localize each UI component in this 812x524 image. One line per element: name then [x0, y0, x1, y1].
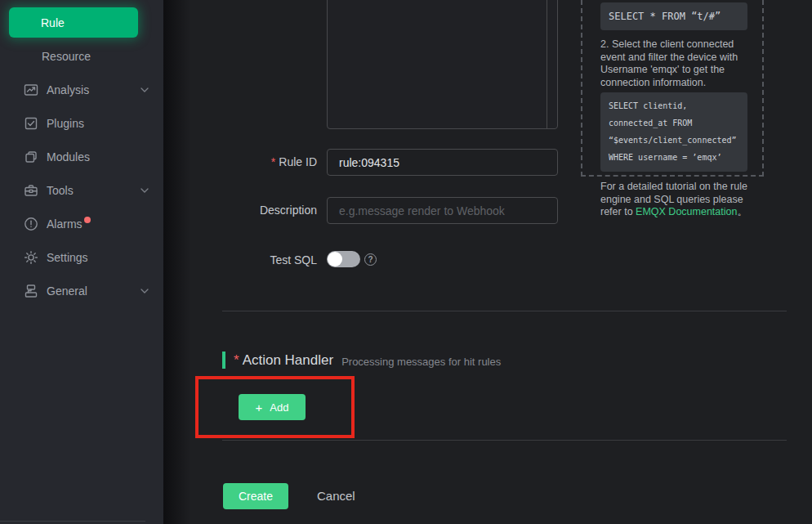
test-sql-toggle[interactable]: [327, 251, 360, 267]
sidebar-item-general[interactable]: General: [0, 274, 163, 307]
sidebar-item-settings[interactable]: Settings: [0, 240, 163, 274]
action-handler-header: *Action Handler Processing messages for …: [222, 352, 501, 369]
alarm-badge-dot: [84, 217, 91, 223]
description-input[interactable]: [327, 197, 558, 224]
required-asterisk: *: [234, 352, 239, 368]
help-paragraph-2: For a detailed tutorial on the rule engi…: [600, 181, 751, 219]
rule-id-label: *Rule ID: [222, 149, 317, 176]
sidebar-item-label: Settings: [47, 251, 88, 264]
required-asterisk: *: [271, 155, 275, 168]
sidebar-item-label: Analysis: [47, 83, 89, 96]
section-divider-top: [222, 311, 787, 311]
sidebar-item-analysis[interactable]: Analysis: [0, 73, 163, 106]
emqx-dashboard-rule-create-page: Rule Resource Analysis Plugins: [0, 0, 812, 524]
analysis-chart-icon: [24, 83, 38, 97]
test-sql-label: Test SQL: [222, 252, 317, 268]
sidebar-item-label: Resource: [42, 50, 91, 63]
section-accent-bar: [222, 352, 225, 369]
sql-example-2-line: SELECT clientid,: [609, 97, 743, 114]
sql-example-2-line: “$events/client_connected”: [609, 132, 743, 149]
modules-copy-icon: [24, 150, 38, 164]
sidebar-item-resource[interactable]: Resource: [0, 39, 163, 73]
sidebar-shadow: [163, 0, 191, 524]
chevron-down-icon: [141, 87, 149, 92]
sidebar-item-plugins[interactable]: Plugins: [0, 106, 163, 140]
section-divider-bottom: [222, 440, 787, 441]
add-action-button[interactable]: + Add: [239, 394, 306, 420]
sidebar-footer-divider: [0, 521, 145, 522]
sidebar-item-label: Plugins: [47, 117, 84, 130]
sidebar-item-modules[interactable]: Modules: [0, 140, 163, 173]
sidebar-item-rule-active[interactable]: Rule: [9, 7, 138, 38]
create-button[interactable]: Create: [223, 483, 288, 509]
gear-icon: [24, 250, 38, 265]
rule-id-input[interactable]: [327, 149, 558, 176]
editor-scrollbar-gutter[interactable]: [547, 0, 557, 128]
toolbox-icon: [24, 183, 38, 198]
chevron-down-icon: [141, 289, 149, 293]
sidebar-item-label: Tools: [47, 184, 74, 197]
emqx-documentation-link[interactable]: EMQX Documentation: [636, 206, 737, 217]
action-handler-title: *Action Handler: [234, 352, 333, 369]
sidebar-item-label: General: [47, 284, 87, 298]
sidebar-item-tools[interactable]: Tools: [0, 173, 163, 207]
sidebar-menu: Resource Analysis Plugins: [0, 39, 163, 307]
description-label: Description: [222, 197, 317, 224]
help-paragraph-1: 2. Select the client connected event and…: [600, 38, 751, 89]
stack-icon: [24, 284, 38, 298]
sql-example-1: SELECT * FROM “t/#”: [600, 2, 747, 30]
action-handler-hint: Processing messages for hit rules: [341, 352, 501, 368]
chevron-down-icon: [141, 188, 149, 193]
sql-example-2-line: WHERE username = ’emqx’: [609, 149, 743, 166]
sql-editor[interactable]: [327, 0, 558, 129]
help-question-icon[interactable]: ?: [364, 253, 377, 266]
sidebar: Rule Resource Analysis Plugins: [0, 0, 163, 524]
sidebar-item-label: Modules: [47, 150, 90, 163]
plus-icon: +: [256, 401, 263, 414]
toggle-knob: [328, 252, 342, 266]
plugins-check-icon: [24, 116, 38, 131]
sidebar-item-label: Alarms: [47, 217, 83, 231]
sql-example-2-line: connected_at FROM: [609, 114, 743, 132]
cancel-button[interactable]: Cancel: [317, 483, 355, 509]
sidebar-item-alarms[interactable]: Alarms: [0, 207, 163, 240]
sql-example-2: SELECT clientid, connected_at FROM “$eve…: [600, 92, 747, 172]
sidebar-item-label: Rule: [41, 16, 65, 29]
alarm-circle-icon: [24, 217, 38, 231]
